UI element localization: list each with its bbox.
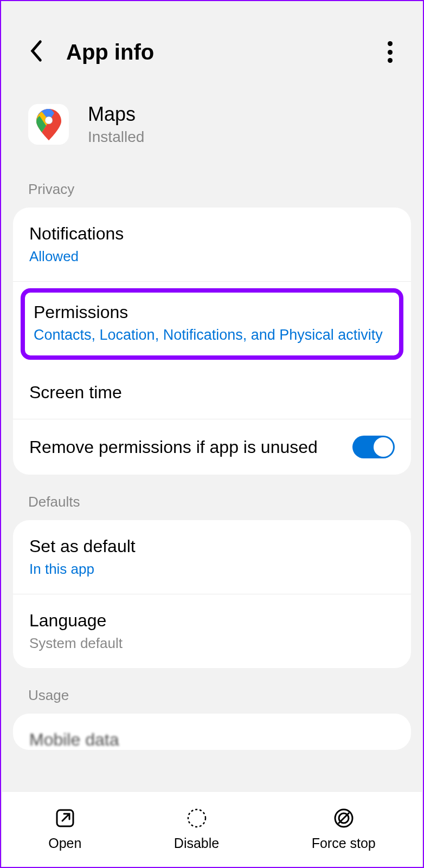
bottom-nav: Open Disable Force stop xyxy=(2,791,422,867)
app-header: Maps Installed xyxy=(1,87,423,162)
app-icon xyxy=(28,104,69,145)
force-stop-icon xyxy=(333,807,355,829)
open-icon xyxy=(54,807,76,829)
open-button[interactable]: Open xyxy=(48,807,81,851)
permissions-value: Contacts, Location, Notifications, and P… xyxy=(34,327,390,344)
disable-label: Disable xyxy=(174,835,219,851)
set-default-value: In this app xyxy=(29,561,395,578)
section-label-usage: Usage xyxy=(1,668,423,714)
screentime-row[interactable]: Screen time xyxy=(13,366,411,419)
remove-permissions-row[interactable]: Remove permissions if app is unused xyxy=(13,419,411,475)
app-name: Maps xyxy=(88,103,144,126)
set-default-title: Set as default xyxy=(29,536,395,556)
privacy-card: Notifications Allowed Permissions Contac… xyxy=(13,208,411,475)
mobile-data-row[interactable]: Mobile data xyxy=(13,714,411,750)
notifications-row[interactable]: Notifications Allowed xyxy=(13,208,411,282)
defaults-card: Set as default In this app Language Syst… xyxy=(13,520,411,668)
language-row[interactable]: Language System default xyxy=(13,594,411,668)
permissions-row[interactable]: Permissions Contacts, Location, Notifica… xyxy=(21,288,403,360)
language-value: System default xyxy=(29,635,395,652)
notifications-value: Allowed xyxy=(29,248,395,265)
screentime-title: Screen time xyxy=(29,383,395,403)
notifications-title: Notifications xyxy=(29,224,395,244)
set-default-row[interactable]: Set as default In this app xyxy=(13,520,411,594)
back-icon[interactable] xyxy=(28,39,66,65)
permissions-title: Permissions xyxy=(34,302,390,322)
language-title: Language xyxy=(29,611,395,631)
page-title: App info xyxy=(66,40,388,64)
remove-permissions-toggle[interactable] xyxy=(352,436,395,458)
force-stop-label: Force stop xyxy=(312,835,376,851)
more-options-icon[interactable] xyxy=(388,41,393,63)
svg-point-3 xyxy=(188,809,205,827)
disable-icon xyxy=(186,807,208,829)
header: App info xyxy=(1,1,423,87)
open-label: Open xyxy=(48,835,81,851)
mobile-data-title: Mobile data xyxy=(29,730,395,750)
section-label-defaults: Defaults xyxy=(1,475,423,520)
usage-card: Mobile data xyxy=(13,714,411,750)
remove-permissions-title: Remove permissions if app is unused xyxy=(29,437,352,457)
disable-button[interactable]: Disable xyxy=(174,807,219,851)
app-status: Installed xyxy=(88,128,144,146)
force-stop-button[interactable]: Force stop xyxy=(312,807,376,851)
section-label-privacy: Privacy xyxy=(1,162,423,208)
